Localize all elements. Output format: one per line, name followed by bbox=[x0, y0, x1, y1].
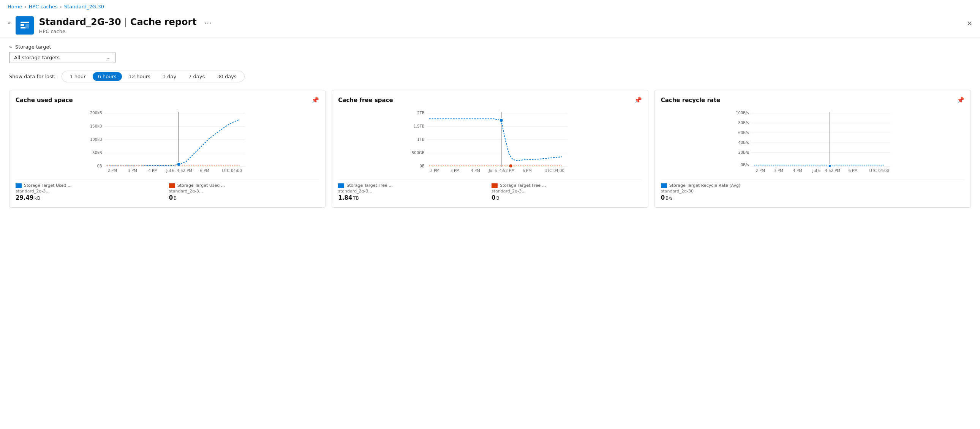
svg-text:4:52 PM: 4:52 PM bbox=[177, 168, 192, 173]
time-option-12hours[interactable]: 12 hours bbox=[123, 72, 156, 81]
chart-card-free-space: Cache free space 📌 2TB 1.5TB 1TB 500GB 0… bbox=[332, 90, 648, 208]
legend-value-free-blue: 1.84 TB bbox=[338, 194, 488, 201]
svg-text:4:52 PM: 4:52 PM bbox=[500, 168, 515, 173]
legend-value-recycle-blue: 0 B/s bbox=[661, 194, 964, 201]
breadcrumb-standard[interactable]: Standard_2G-30 bbox=[64, 4, 104, 10]
separator: | bbox=[124, 17, 127, 27]
legend-label-free-blue: Storage Target Free ... bbox=[338, 183, 488, 188]
resource-type: HPC cache bbox=[39, 29, 972, 34]
app-icon bbox=[16, 16, 34, 35]
svg-text:500GB: 500GB bbox=[412, 151, 425, 155]
filter-label-text: Storage target bbox=[15, 44, 51, 50]
chart-title-recycle: Cache recycle rate bbox=[661, 97, 721, 104]
legend-text-free-orange: Storage Target Free ... bbox=[500, 183, 546, 188]
svg-text:UTC-04:00: UTC-04:00 bbox=[222, 168, 242, 173]
breadcrumb-home[interactable]: Home bbox=[8, 4, 22, 10]
legend-item-recycle-blue: Storage Target Recycle Rate (Avg) standa… bbox=[661, 183, 964, 201]
legend-color-used-blue bbox=[16, 183, 22, 188]
svg-text:0B: 0B bbox=[420, 164, 425, 168]
chart-title-free: Cache free space bbox=[338, 97, 393, 104]
svg-point-35 bbox=[500, 118, 503, 122]
charts-grid: Cache used space 📌 200kB 150kB 100kB 50k… bbox=[9, 90, 971, 208]
breadcrumb-sep2: › bbox=[60, 4, 62, 10]
legend-item-free-blue: Storage Target Free ... standard_2g-3...… bbox=[338, 183, 488, 201]
time-filter-section: Show data for last: 1 hour 6 hours 12 ho… bbox=[9, 71, 971, 83]
svg-text:1TB: 1TB bbox=[417, 137, 425, 141]
filter-label-row: » Storage target bbox=[9, 44, 971, 50]
chart-header-recycle: Cache recycle rate 📌 bbox=[661, 97, 964, 104]
svg-text:Jul 6: Jul 6 bbox=[166, 168, 175, 173]
legend-label-used-orange: Storage Target Used ... bbox=[169, 183, 320, 188]
svg-rect-4 bbox=[25, 24, 29, 29]
svg-text:50kB: 50kB bbox=[92, 151, 102, 155]
legend-text-free-blue: Storage Target Free ... bbox=[347, 183, 392, 188]
svg-point-36 bbox=[509, 164, 513, 168]
header-title-area: Standard_2G-30 | Cache report ··· HPC ca… bbox=[39, 16, 972, 34]
legend-label-used-blue: Storage Target Used ... bbox=[16, 183, 166, 188]
svg-text:100kB: 100kB bbox=[90, 137, 102, 141]
time-option-1hour[interactable]: 1 hour bbox=[64, 72, 91, 81]
chart-area-recycle: 100B/s 80B/s 60B/s 40B/s 20B/s 0B/s bbox=[661, 108, 964, 176]
legend-sub-recycle-blue: standard_2g-30 bbox=[661, 189, 964, 194]
svg-rect-2 bbox=[21, 24, 24, 26]
close-button[interactable]: ✕ bbox=[967, 19, 972, 27]
chart-area-free: 2TB 1.5TB 1TB 500GB 0B bbox=[338, 108, 641, 176]
legend-item-free-orange: Storage Target Free ... standard_2g-3...… bbox=[492, 183, 642, 201]
svg-text:6 PM: 6 PM bbox=[200, 168, 209, 173]
legend-sub-free-blue: standard_2g-3... bbox=[338, 189, 488, 194]
breadcrumb: Home › HPC caches › Standard_2G-30 bbox=[0, 0, 980, 13]
svg-text:4 PM: 4 PM bbox=[471, 168, 480, 173]
chart-header-free: Cache free space 📌 bbox=[338, 97, 641, 104]
svg-text:6 PM: 6 PM bbox=[848, 168, 858, 173]
pin-icon-recycle[interactable]: 📌 bbox=[957, 97, 964, 104]
legend-item-used-orange: Storage Target Used ... standard_2g-3...… bbox=[169, 183, 320, 201]
legend-color-free-blue bbox=[338, 183, 344, 188]
svg-text:100B/s: 100B/s bbox=[736, 111, 749, 115]
time-option-7days[interactable]: 7 days bbox=[183, 72, 210, 81]
page-name: Cache report bbox=[130, 17, 197, 27]
legend-value-used-blue: 29.49 kB bbox=[16, 194, 166, 201]
svg-text:2 PM: 2 PM bbox=[756, 168, 765, 173]
legend-color-recycle-blue bbox=[661, 183, 667, 188]
svg-text:20B/s: 20B/s bbox=[738, 150, 749, 154]
svg-text:UTC-04:00: UTC-04:00 bbox=[545, 168, 565, 173]
resource-name: Standard_2G-30 bbox=[39, 17, 121, 27]
more-menu-button[interactable]: ··· bbox=[204, 19, 212, 28]
chart-legend-recycle: Storage Target Recycle Rate (Avg) standa… bbox=[661, 180, 964, 201]
legend-text-used-blue: Storage Target Used ... bbox=[24, 183, 72, 188]
svg-text:3 PM: 3 PM bbox=[774, 168, 783, 173]
legend-color-free-orange bbox=[492, 183, 498, 188]
chart-card-used-space: Cache used space 📌 200kB 150kB 100kB 50k… bbox=[9, 90, 326, 208]
svg-text:0B/s: 0B/s bbox=[741, 163, 749, 167]
svg-text:3 PM: 3 PM bbox=[450, 168, 460, 173]
page-header: » Standard_2G-30 | Cache report ··· HPC … bbox=[0, 13, 980, 38]
legend-color-used-orange bbox=[169, 183, 175, 188]
pin-icon-free[interactable]: 📌 bbox=[634, 97, 642, 104]
breadcrumb-sep1: › bbox=[24, 4, 26, 10]
chart-legend-used: Storage Target Used ... standard_2g-3...… bbox=[16, 180, 319, 201]
chart-area-used: 200kB 150kB 100kB 50kB 0B bbox=[16, 108, 319, 176]
pin-icon-used[interactable]: 📌 bbox=[312, 97, 319, 104]
time-option-30days[interactable]: 30 days bbox=[212, 72, 242, 81]
chart-title-used: Cache used space bbox=[16, 97, 73, 104]
breadcrumb-hpc[interactable]: HPC caches bbox=[29, 4, 58, 10]
expand-arrow[interactable]: » bbox=[9, 44, 12, 50]
svg-text:1.5TB: 1.5TB bbox=[414, 124, 425, 128]
svg-text:150kB: 150kB bbox=[90, 124, 102, 128]
legend-sub-used-blue: standard_2g-3... bbox=[16, 189, 166, 194]
time-filter-label: Show data for last: bbox=[9, 74, 56, 79]
storage-target-dropdown[interactable]: All storage targets ⌄ bbox=[9, 52, 116, 63]
dropdown-chevron-icon: ⌄ bbox=[107, 55, 111, 60]
time-options-group: 1 hour 6 hours 12 hours 1 day 7 days 30 … bbox=[62, 71, 244, 83]
legend-sub-free-orange: standard_2g-3... bbox=[492, 189, 642, 194]
time-option-6hours[interactable]: 6 hours bbox=[93, 72, 122, 81]
svg-text:4 PM: 4 PM bbox=[793, 168, 802, 173]
svg-point-16 bbox=[177, 162, 181, 166]
dropdown-value: All storage targets bbox=[14, 55, 60, 60]
collapse-button[interactable]: » bbox=[8, 19, 11, 25]
filter-section: » Storage target All storage targets ⌄ bbox=[9, 44, 971, 63]
svg-text:0B: 0B bbox=[97, 164, 102, 168]
time-option-1day[interactable]: 1 day bbox=[157, 72, 181, 81]
legend-text-used-orange: Storage Target Used ... bbox=[177, 183, 225, 188]
svg-rect-1 bbox=[21, 22, 29, 23]
